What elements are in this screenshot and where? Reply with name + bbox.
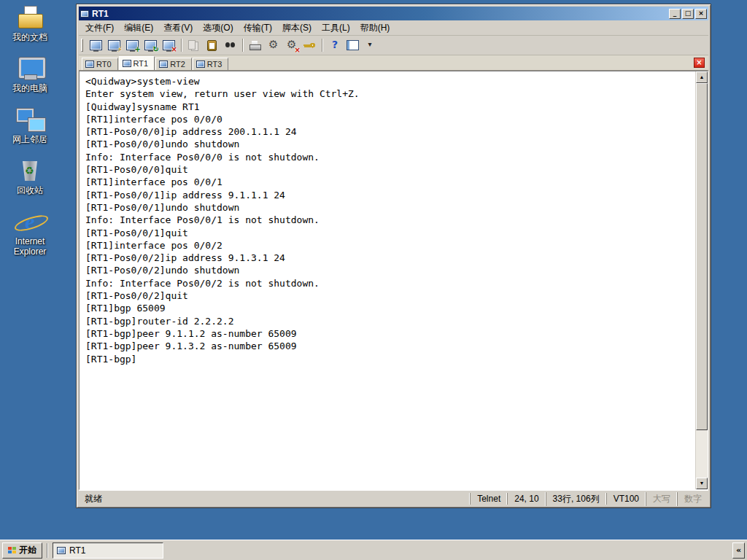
help-button[interactable] <box>325 36 344 54</box>
session-manager-button[interactable] <box>344 36 362 54</box>
status-screen-size: 33行, 106列 <box>546 492 606 506</box>
session-options-button[interactable] <box>264 36 282 54</box>
copy-button[interactable] <box>185 36 203 54</box>
caption-buttons: _ □ × <box>669 9 707 19</box>
desktop-icon-my-documents[interactable]: 我的文档 <box>4 6 55 42</box>
global-options-icon <box>285 40 298 50</box>
task-item-label: RT1 <box>69 545 85 556</box>
find-icon <box>224 40 236 50</box>
my-computer-icon <box>16 57 44 80</box>
tab-label: RT1 <box>133 59 149 68</box>
terminal-scrollbar[interactable]: ▲ ▼ <box>695 71 708 489</box>
status-bar: 就绪 Telnet 24, 10 33行, 106列 VT100 大写 数字 <box>79 490 708 505</box>
menu-tools[interactable]: 工具(L) <box>317 20 355 36</box>
paste-button[interactable] <box>203 36 221 54</box>
menu-bar: 文件(F)编辑(E)查看(V)选项(O)传输(T)脚本(S)工具(L)帮助(H) <box>79 20 708 36</box>
windows-logo-icon <box>8 547 16 553</box>
window-title: RT1 <box>92 9 666 19</box>
title-bar[interactable]: RT1 _ □ × <box>79 7 708 20</box>
reconnect-icon <box>144 40 157 50</box>
desktop-icon-label: 回收站 <box>4 185 55 195</box>
taskbar-items: RT1 <box>53 542 730 559</box>
help-icon <box>328 40 341 50</box>
tab-rt0[interactable]: RT0 <box>82 58 118 70</box>
menu-options[interactable]: 选项(O) <box>198 20 238 36</box>
status-caps-indicator: 大写 <box>646 492 677 506</box>
status-num-indicator: 数字 <box>677 492 708 506</box>
toolbar-separator <box>181 39 182 52</box>
network-places-icon <box>16 108 44 131</box>
tab-rt3[interactable]: RT3 <box>193 58 229 70</box>
close-button[interactable]: × <box>695 9 707 19</box>
session-icon <box>123 60 131 67</box>
minimize-button[interactable]: _ <box>669 9 681 19</box>
internet-explorer-icon: e <box>16 210 44 233</box>
desktop-icon-internet-explorer[interactable]: eInternet Explorer <box>4 210 55 257</box>
terminal-area: <Quidway>system-view Enter system view, … <box>79 71 708 490</box>
connect-button[interactable] <box>87 36 105 54</box>
toolbar-grip <box>81 39 83 52</box>
keymap-icon <box>303 40 316 50</box>
menu-view[interactable]: 查看(V) <box>158 20 198 36</box>
tray-collapse-button[interactable]: « <box>732 542 745 559</box>
start-button[interactable]: 开始 <box>2 542 42 559</box>
app-icon <box>80 10 89 18</box>
status-emulation: VT100 <box>606 493 646 505</box>
desktop-icon-my-computer[interactable]: 我的电脑 <box>4 57 55 93</box>
quick-connect-icon <box>108 40 120 50</box>
scrollbar-thumb[interactable] <box>696 83 708 430</box>
tab-rt1[interactable]: RT1 <box>119 56 155 70</box>
scroll-down-icon[interactable]: ▼ <box>696 478 708 489</box>
toolbar-overflow-icon <box>368 40 375 50</box>
toolbar-overflow-button[interactable] <box>362 36 380 54</box>
taskbar-item-rt1[interactable]: RT1 <box>53 542 163 559</box>
quick-connect-button[interactable] <box>105 36 123 54</box>
connect-icon <box>90 40 102 50</box>
desktop-icon-label: 我的电脑 <box>4 83 55 93</box>
menu-file[interactable]: 文件(F) <box>80 20 119 36</box>
my-documents-icon <box>16 6 44 29</box>
disconnect-button[interactable] <box>160 36 178 54</box>
global-options-button[interactable] <box>282 36 301 54</box>
reconnect-button[interactable] <box>142 36 160 54</box>
paste-icon <box>206 40 218 50</box>
session-manager-icon <box>347 40 359 50</box>
find-button[interactable] <box>221 36 239 54</box>
menu-help[interactable]: 帮助(H) <box>355 20 395 36</box>
session-options-icon <box>267 40 279 50</box>
desktop-icon-label: 网上邻居 <box>4 134 55 144</box>
session-icon <box>85 61 94 68</box>
menu-script[interactable]: 脚本(S) <box>277 20 317 36</box>
desktop-icon-network-places[interactable]: 网上邻居 <box>4 108 55 144</box>
copy-icon <box>187 40 200 50</box>
print-button[interactable] <box>246 36 264 54</box>
maximize-button[interactable]: □ <box>682 9 694 19</box>
desktop-icon-label: 我的文档 <box>4 32 55 42</box>
desktop-icon-recycle-bin[interactable]: 回收站 <box>4 159 55 195</box>
recycle-bin-icon <box>16 159 44 182</box>
start-label: 开始 <box>19 544 36 556</box>
status-protocol: Telnet <box>470 493 507 505</box>
keymap-button[interactable] <box>301 36 319 54</box>
close-session-button[interactable]: × <box>694 58 705 68</box>
scrollbar-track[interactable] <box>696 83 708 478</box>
terminal-output[interactable]: <Quidway>system-view Enter system view, … <box>80 71 695 489</box>
print-icon <box>249 40 261 50</box>
terminal-window: RT1 _ □ × 文件(F)编辑(E)查看(V)选项(O)传输(T)脚本(S)… <box>76 4 711 508</box>
session-icon <box>196 61 205 68</box>
toolbar-separator <box>242 39 243 52</box>
tab-label: RT3 <box>207 60 222 69</box>
session-icon <box>57 547 66 554</box>
status-cursor-position: 24, 10 <box>507 493 545 505</box>
toolbar <box>79 36 708 55</box>
menu-transfer[interactable]: 传输(T) <box>239 20 277 36</box>
tab-label: RT0 <box>96 60 112 69</box>
taskbar-divider <box>47 543 48 558</box>
scroll-up-icon[interactable]: ▲ <box>696 71 708 83</box>
tab-label: RT2 <box>170 60 185 69</box>
desktop-icon-label: Internet Explorer <box>4 236 55 257</box>
connect-in-tab-button[interactable] <box>123 36 142 54</box>
tab-rt2[interactable]: RT2 <box>155 58 192 70</box>
menu-edit[interactable]: 编辑(E) <box>119 20 158 36</box>
connect-in-tab-icon <box>126 40 139 50</box>
